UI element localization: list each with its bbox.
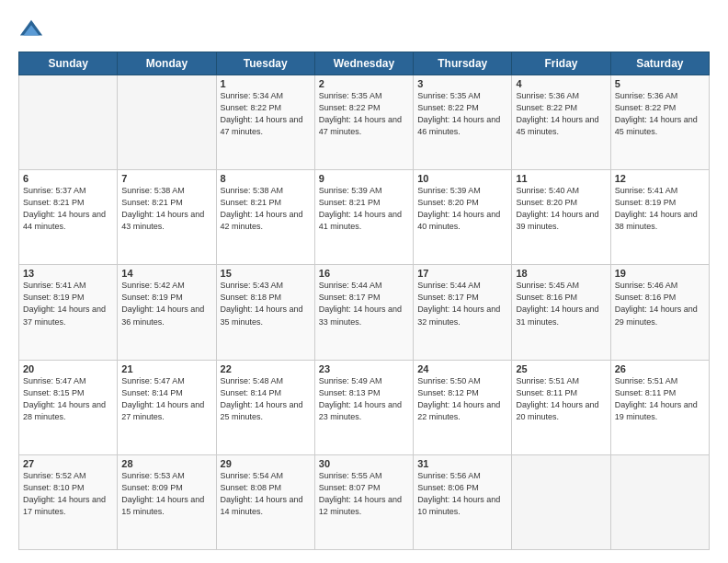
day-number: 1 [221,78,311,89]
day-number: 9 [319,173,409,184]
day-number: 8 [221,173,311,184]
day-info: Sunrise: 5:54 AMSunset: 8:08 PMDaylight:… [221,470,311,518]
day-number: 6 [23,173,113,184]
day-number: 23 [319,363,409,374]
day-info: Sunrise: 5:35 AMSunset: 8:22 PMDaylight:… [319,90,409,138]
day-info: Sunrise: 5:52 AMSunset: 8:10 PMDaylight:… [23,470,113,518]
day-number: 30 [319,458,409,469]
week-row-4: 20Sunrise: 5:47 AMSunset: 8:15 PMDayligh… [19,360,710,454]
weekday-header-friday: Friday [512,52,610,75]
day-info: Sunrise: 5:47 AMSunset: 8:14 PMDaylight:… [121,375,211,423]
day-number: 2 [319,78,409,89]
day-info: Sunrise: 5:49 AMSunset: 8:13 PMDaylight:… [319,375,409,423]
week-row-1: 1Sunrise: 5:34 AMSunset: 8:22 PMDaylight… [19,75,710,170]
day-info: Sunrise: 5:53 AMSunset: 8:09 PMDaylight:… [121,470,211,518]
logo [18,17,48,42]
day-number: 14 [121,268,211,279]
day-number: 3 [417,78,507,89]
day-cell: 30Sunrise: 5:55 AMSunset: 8:07 PMDayligh… [314,454,413,549]
day-number: 10 [417,173,507,184]
day-cell: 12Sunrise: 5:41 AMSunset: 8:19 PMDayligh… [610,170,709,265]
day-number: 16 [319,268,409,279]
day-cell: 17Sunrise: 5:44 AMSunset: 8:17 PMDayligh… [414,265,512,360]
day-cell: 8Sunrise: 5:38 AMSunset: 8:21 PMDaylight… [216,170,314,265]
day-number: 29 [221,458,311,469]
day-cell: 21Sunrise: 5:47 AMSunset: 8:14 PMDayligh… [118,360,216,454]
day-number: 27 [23,458,113,469]
day-number: 12 [615,173,705,184]
day-number: 13 [23,268,113,279]
day-cell [118,75,216,170]
day-cell: 10Sunrise: 5:39 AMSunset: 8:20 PMDayligh… [414,170,512,265]
day-cell: 29Sunrise: 5:54 AMSunset: 8:08 PMDayligh… [216,454,314,549]
header [18,17,710,42]
day-info: Sunrise: 5:42 AMSunset: 8:19 PMDaylight:… [121,280,211,327]
day-info: Sunrise: 5:39 AMSunset: 8:20 PMDaylight:… [417,185,507,233]
day-info: Sunrise: 5:56 AMSunset: 8:06 PMDaylight:… [417,470,507,518]
weekday-header-monday: Monday [118,52,216,75]
day-info: Sunrise: 5:35 AMSunset: 8:22 PMDaylight:… [417,90,507,138]
day-info: Sunrise: 5:50 AMSunset: 8:12 PMDaylight:… [417,375,507,423]
day-cell: 7Sunrise: 5:38 AMSunset: 8:21 PMDaylight… [118,170,216,265]
day-cell: 26Sunrise: 5:51 AMSunset: 8:11 PMDayligh… [610,360,709,454]
day-info: Sunrise: 5:47 AMSunset: 8:15 PMDaylight:… [23,375,113,423]
day-info: Sunrise: 5:39 AMSunset: 8:21 PMDaylight:… [319,185,409,233]
day-cell: 9Sunrise: 5:39 AMSunset: 8:21 PMDaylight… [314,170,413,265]
day-info: Sunrise: 5:38 AMSunset: 8:21 PMDaylight:… [121,185,211,233]
day-cell: 25Sunrise: 5:51 AMSunset: 8:11 PMDayligh… [512,360,610,454]
day-number: 15 [221,268,311,279]
day-cell: 5Sunrise: 5:36 AMSunset: 8:22 PMDaylight… [610,75,709,170]
day-info: Sunrise: 5:40 AMSunset: 8:20 PMDaylight:… [516,185,606,233]
day-info: Sunrise: 5:48 AMSunset: 8:14 PMDaylight:… [221,375,311,423]
day-cell [610,454,709,549]
day-info: Sunrise: 5:51 AMSunset: 8:11 PMDaylight:… [516,375,606,423]
day-info: Sunrise: 5:36 AMSunset: 8:22 PMDaylight:… [615,90,705,138]
day-info: Sunrise: 5:36 AMSunset: 8:22 PMDaylight:… [516,90,606,138]
day-number: 25 [516,363,606,374]
day-cell: 11Sunrise: 5:40 AMSunset: 8:20 PMDayligh… [512,170,610,265]
day-cell: 2Sunrise: 5:35 AMSunset: 8:22 PMDaylight… [314,75,413,170]
day-info: Sunrise: 5:55 AMSunset: 8:07 PMDaylight:… [319,470,409,518]
day-cell: 15Sunrise: 5:43 AMSunset: 8:18 PMDayligh… [216,265,314,360]
day-cell: 22Sunrise: 5:48 AMSunset: 8:14 PMDayligh… [216,360,314,454]
day-number: 24 [417,363,507,374]
weekday-header-tuesday: Tuesday [216,52,314,75]
day-cell [512,454,610,549]
day-info: Sunrise: 5:41 AMSunset: 8:19 PMDaylight:… [23,280,113,327]
day-info: Sunrise: 5:38 AMSunset: 8:21 PMDaylight:… [221,185,311,233]
day-number: 22 [221,363,311,374]
day-number: 7 [121,173,211,184]
day-number: 19 [615,268,705,279]
day-cell: 14Sunrise: 5:42 AMSunset: 8:19 PMDayligh… [118,265,216,360]
week-row-3: 13Sunrise: 5:41 AMSunset: 8:19 PMDayligh… [19,265,710,360]
day-cell: 3Sunrise: 5:35 AMSunset: 8:22 PMDaylight… [414,75,512,170]
day-info: Sunrise: 5:45 AMSunset: 8:16 PMDaylight:… [516,280,606,327]
weekday-header-thursday: Thursday [414,52,512,75]
day-number: 31 [417,458,507,469]
weekday-header-sunday: Sunday [19,52,118,75]
day-cell: 31Sunrise: 5:56 AMSunset: 8:06 PMDayligh… [414,454,512,549]
day-cell: 6Sunrise: 5:37 AMSunset: 8:21 PMDaylight… [19,170,118,265]
weekday-header-wednesday: Wednesday [314,52,413,75]
weekday-header-row: SundayMondayTuesdayWednesdayThursdayFrid… [19,52,710,75]
day-cell: 4Sunrise: 5:36 AMSunset: 8:22 PMDaylight… [512,75,610,170]
day-number: 17 [417,268,507,279]
day-info: Sunrise: 5:34 AMSunset: 8:22 PMDaylight:… [221,90,311,138]
day-number: 4 [516,78,606,89]
day-info: Sunrise: 5:46 AMSunset: 8:16 PMDaylight:… [615,280,705,327]
logo-icon [18,17,44,42]
page: SundayMondayTuesdayWednesdayThursdayFrid… [0,0,728,563]
day-number: 11 [516,173,606,184]
day-cell: 13Sunrise: 5:41 AMSunset: 8:19 PMDayligh… [19,265,118,360]
day-cell: 19Sunrise: 5:46 AMSunset: 8:16 PMDayligh… [610,265,709,360]
weekday-header-saturday: Saturday [610,52,709,75]
day-number: 21 [121,363,211,374]
day-info: Sunrise: 5:43 AMSunset: 8:18 PMDaylight:… [221,280,311,327]
day-cell: 24Sunrise: 5:50 AMSunset: 8:12 PMDayligh… [414,360,512,454]
day-cell: 27Sunrise: 5:52 AMSunset: 8:10 PMDayligh… [19,454,118,549]
day-number: 26 [615,363,705,374]
day-number: 20 [23,363,113,374]
day-number: 18 [516,268,606,279]
day-cell [19,75,118,170]
week-row-5: 27Sunrise: 5:52 AMSunset: 8:10 PMDayligh… [19,454,710,549]
